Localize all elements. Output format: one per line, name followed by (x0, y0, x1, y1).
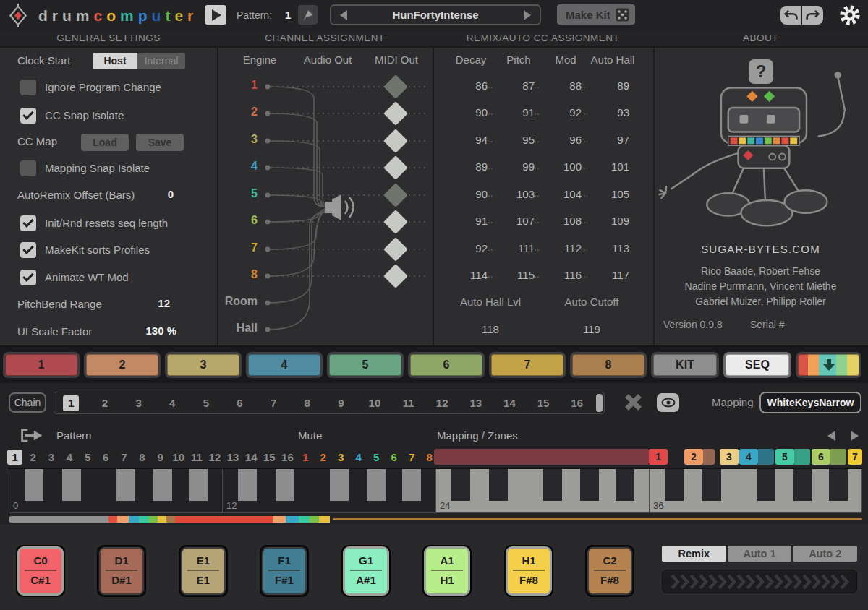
cc-map-load-button[interactable]: Load (81, 134, 129, 151)
cc-value[interactable]: 92 (540, 106, 582, 119)
cc-value[interactable]: 104 (540, 188, 582, 200)
keyboard-octave[interactable]: 24 (435, 469, 649, 512)
drum-pad[interactable]: C0C#1 (16, 545, 65, 597)
mute-channel[interactable]: 1 (297, 449, 315, 465)
cc-value[interactable]: 89 (587, 80, 629, 92)
pattern-step[interactable]: 5 (79, 449, 97, 465)
pattern-step[interactable]: 8 (133, 449, 151, 465)
preset-prev-icon[interactable] (340, 10, 347, 20)
settings-gear-button[interactable] (838, 3, 862, 27)
drum-pad[interactable]: F1F#1 (260, 545, 309, 597)
zone-chip-7[interactable]: 7 (848, 449, 862, 465)
auto-hall-lvl-value[interactable]: 118 (447, 323, 534, 335)
clock-host-option[interactable]: Host (93, 53, 137, 69)
black-key[interactable] (62, 469, 81, 501)
black-key[interactable] (402, 469, 421, 501)
cc-value[interactable]: 100 (540, 160, 582, 173)
remix-mode-auto-1[interactable]: Auto 1 (728, 546, 792, 562)
checkbox-checked[interactable] (20, 215, 36, 231)
channel-tab-3[interactable]: 3 (165, 352, 242, 378)
chain-slot[interactable]: 3 (122, 392, 156, 413)
pattern-step[interactable]: 1 (6, 449, 24, 465)
pattern-step[interactable]: 7 (115, 449, 133, 465)
channel-tab-2[interactable]: 2 (84, 352, 161, 378)
black-key[interactable] (330, 469, 349, 501)
black-key[interactable] (665, 469, 684, 501)
cc-value[interactable]: 116 (540, 269, 582, 281)
checkbox-checked[interactable] (20, 108, 36, 124)
black-key[interactable] (367, 469, 386, 501)
black-key[interactable] (451, 469, 470, 501)
black-key[interactable] (189, 469, 208, 501)
drum-pad[interactable]: G1A#1 (341, 545, 391, 597)
clear-chain-button[interactable] (624, 392, 643, 415)
chain-slot[interactable]: 8 (290, 392, 324, 413)
pitchbend-range-value[interactable]: 12 (141, 297, 170, 309)
tab-remix-cc-assignment[interactable]: REMIX/AUTO CC ASSIGNMENT (433, 33, 653, 43)
pattern-step[interactable]: 10 (169, 449, 187, 465)
channel-tab-7[interactable]: 7 (489, 352, 566, 378)
mute-channel[interactable]: 2 (315, 449, 333, 465)
black-key[interactable] (580, 469, 599, 501)
chain-slot[interactable]: 10 (358, 392, 392, 413)
chain-scroll-handle[interactable] (596, 394, 603, 412)
pattern-pin-button[interactable] (298, 5, 318, 25)
mute-channel[interactable]: 3 (332, 449, 350, 465)
cc-value[interactable]: 107 (493, 215, 535, 227)
cc-value[interactable]: 103 (493, 188, 535, 200)
zone-range-2[interactable] (703, 449, 715, 465)
keyboard-octave[interactable]: 36 (649, 469, 862, 512)
zones-next-icon[interactable] (851, 431, 859, 441)
cc-map-save-button[interactable]: Save (136, 134, 184, 151)
zones-prev-icon[interactable] (827, 431, 835, 441)
chain-slot[interactable]: 13 (459, 392, 493, 413)
chain-slot[interactable]: 12 (425, 392, 459, 413)
pattern-step[interactable]: 4 (60, 449, 78, 465)
serial-label[interactable]: Serial # (750, 319, 784, 330)
auto-cutoff-value[interactable]: 119 (548, 323, 635, 335)
pattern-step[interactable]: 15 (260, 449, 278, 465)
cc-value[interactable]: 105 (587, 188, 629, 200)
cc-value[interactable]: 90 (446, 106, 488, 119)
channel-tab-8[interactable]: 8 (570, 352, 647, 378)
remix-mode-auto-2[interactable]: Auto 2 (793, 546, 857, 562)
chain-slot[interactable]: 6 (223, 392, 257, 413)
mute-channel[interactable]: 6 (386, 449, 404, 465)
zone-chip-6[interactable]: 6 (812, 449, 830, 465)
cc-value[interactable]: 94 (446, 134, 488, 146)
website-link[interactable]: SUGAR-BYTES.COM (653, 243, 868, 255)
mapping-mode-button[interactable]: WhiteKeysNarrow (760, 392, 861, 413)
autoremix-offset-value[interactable]: 0 (141, 188, 174, 200)
pattern-follow-button[interactable] (19, 428, 43, 446)
zone-range-4[interactable] (758, 449, 774, 465)
zone-chip-5[interactable]: 5 (775, 449, 794, 465)
cc-value[interactable]: 99 (493, 160, 535, 173)
remix-mode-remix[interactable]: Remix (662, 546, 726, 562)
cc-value[interactable]: 97 (587, 134, 629, 146)
chain-slot[interactable]: 2 (88, 392, 122, 413)
chain-slot[interactable]: 7 (257, 392, 291, 413)
preset-next-icon[interactable] (524, 10, 531, 20)
zone-chip-3[interactable]: 3 (720, 449, 739, 465)
chain-slot[interactable]: 5 (190, 392, 224, 413)
drum-pad[interactable]: H1F#8 (504, 545, 553, 597)
channel-tab-6[interactable]: 6 (408, 352, 485, 378)
preset-name[interactable]: HunFortyIntense (347, 9, 524, 21)
cc-value[interactable]: 91 (493, 106, 535, 119)
black-key[interactable] (238, 469, 257, 501)
checkbox-checked[interactable] (20, 270, 36, 285)
keyboard-octave[interactable]: 12 (222, 469, 435, 512)
zone-range-6[interactable] (830, 449, 846, 465)
zone-range-1[interactable] (434, 449, 649, 465)
cc-value[interactable]: 86 (446, 80, 488, 92)
drum-pad[interactable]: C2F#8 (585, 545, 634, 597)
mute-channel[interactable]: 4 (350, 449, 368, 465)
pattern-step[interactable]: 14 (242, 449, 260, 465)
chain-slot[interactable]: 9 (324, 392, 358, 413)
checkbox-unchecked[interactable] (20, 80, 36, 95)
remix-slider[interactable] (662, 570, 857, 593)
channel-tab-seq[interactable]: SEQ (723, 352, 791, 378)
mute-channel[interactable]: 5 (367, 449, 386, 465)
cc-value[interactable]: 92 (446, 242, 488, 254)
chain-slot[interactable]: 1 (54, 392, 88, 413)
